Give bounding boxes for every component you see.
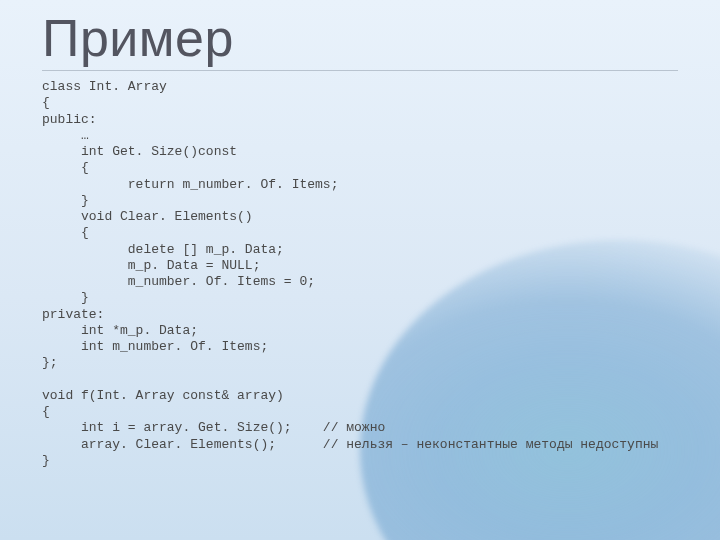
page-title: Пример	[42, 8, 678, 68]
code-block: class Int. Array { public: … int Get. Si…	[42, 79, 678, 469]
title-underline	[42, 70, 678, 71]
slide: Пример class Int. Array { public: … int …	[0, 0, 720, 540]
